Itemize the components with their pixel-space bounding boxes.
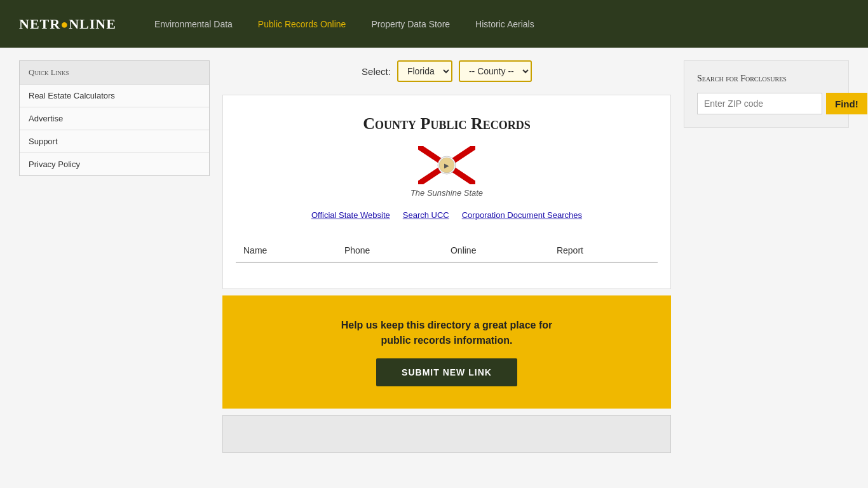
florida-flag: ▶	[418, 146, 475, 184]
nav-item-environmental[interactable]: Environmental Data	[154, 18, 233, 30]
florida-flag-container: ▶ The Sunshine State	[236, 146, 658, 198]
submit-new-link-button[interactable]: SUBMIT NEW LINK	[376, 358, 517, 386]
col-name: Name	[236, 239, 337, 262]
bottom-gray-box	[222, 415, 671, 453]
sidebar: Quick Links Real Estate Calculators Adve…	[19, 60, 210, 453]
table-header-row: Name Phone Online Report	[236, 239, 658, 262]
svg-text:▶: ▶	[444, 162, 449, 169]
right-sidebar: Search for Forclosures Find!	[684, 60, 849, 453]
official-state-website-link[interactable]: Official State Website	[311, 210, 390, 220]
site-header: NETR●NLINE Environmental Data Public Rec…	[0, 0, 868, 48]
select-label: Select:	[362, 66, 391, 77]
select-row: Select: Florida -- County --	[222, 60, 671, 82]
county-title: County Public Records	[236, 114, 658, 133]
submit-text: Help us keep this directory a great plac…	[235, 318, 658, 348]
sidebar-item-real-estate[interactable]: Real Estate Calculators	[20, 85, 209, 107]
county-card: County Public Records ▶ The Sunshine Sta…	[222, 95, 671, 289]
sidebar-title: Quick Links	[19, 60, 210, 84]
flag-caption: The Sunshine State	[410, 188, 483, 198]
col-report: Report	[549, 239, 658, 262]
sidebar-links: Real Estate Calculators Advertise Suppor…	[19, 84, 210, 176]
main-content: Select: Florida -- County -- County Publ…	[222, 60, 671, 453]
foreclosure-title: Search for Forclosures	[697, 74, 836, 84]
find-button[interactable]: Find!	[826, 93, 867, 114]
col-phone: Phone	[337, 239, 443, 262]
nav-item-public-records[interactable]: Public Records Online	[258, 18, 346, 30]
main-container: Quick Links Real Estate Calculators Adve…	[0, 48, 868, 466]
search-ucc-link[interactable]: Search UCC	[403, 210, 449, 220]
state-select[interactable]: Florida	[397, 60, 452, 82]
county-select[interactable]: -- County --	[459, 60, 532, 82]
sidebar-item-privacy[interactable]: Privacy Policy	[20, 153, 209, 175]
corporation-documents-link[interactable]: Corporation Document Searches	[462, 210, 582, 220]
zip-row: Find!	[697, 93, 836, 114]
sidebar-item-support[interactable]: Support	[20, 130, 209, 153]
submit-banner: Help us keep this directory a great plac…	[222, 295, 671, 409]
col-online: Online	[443, 239, 549, 262]
zip-input[interactable]	[697, 93, 822, 114]
main-nav: Environmental Data Public Records Online…	[154, 18, 534, 30]
foreclosure-box: Search for Forclosures Find!	[684, 60, 849, 128]
site-logo[interactable]: NETR●NLINE	[19, 16, 116, 32]
sidebar-item-advertise[interactable]: Advertise	[20, 107, 209, 130]
nav-item-historic-aerials[interactable]: Historic Aerials	[475, 18, 534, 30]
state-links: Official State Website Search UCC Corpor…	[236, 210, 658, 220]
nav-item-property-data[interactable]: Property Data Store	[371, 18, 450, 30]
records-table: Name Phone Online Report	[236, 239, 658, 263]
